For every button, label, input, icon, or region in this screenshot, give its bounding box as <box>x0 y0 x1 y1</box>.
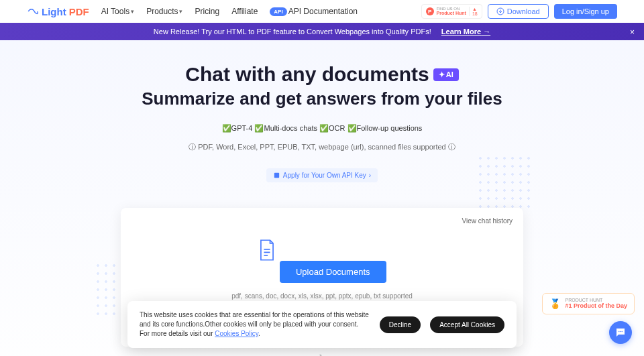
supported-text: PDF, Word, Excel, PPT, EPUB, TXT, webpag… <box>198 143 445 151</box>
download-label: Download <box>507 7 540 15</box>
nav-label: API Documentation <box>288 7 358 16</box>
view-history-link[interactable]: View chat history <box>462 217 513 225</box>
product-hunt-icon: P <box>426 7 434 15</box>
upload-button[interactable]: Upload Documents <box>280 261 386 283</box>
document-icon <box>258 239 276 261</box>
ph-count-val: 18 <box>472 11 478 16</box>
nav-api-documentation[interactable]: APIAPI Documentation <box>270 7 358 16</box>
decoration-dots <box>476 154 530 208</box>
svg-rect-1 <box>274 173 279 178</box>
feature-text: GPT-4 <box>231 124 253 132</box>
chevron-down-icon: ▾ <box>131 8 134 15</box>
logo-text-pdf: PDF <box>69 6 89 17</box>
ph-name: Product Hunt <box>437 11 466 16</box>
nav-label: AI Tools <box>101 7 129 16</box>
feature-text: Follow-up questions <box>357 124 423 132</box>
cookie-accept-button[interactable]: Accept All Cookies <box>430 316 504 333</box>
cookie-decline-button[interactable]: Decline <box>380 316 421 333</box>
hero-title-text: Chat with any documents <box>185 63 429 86</box>
cookie-banner: This website uses cookies that are essen… <box>127 301 517 348</box>
ph-float-text: PRODUCT HUNT #1 Product of the Day <box>565 298 627 310</box>
ph-text: FIND US ON Product Hunt <box>437 7 466 16</box>
svg-point-2 <box>619 331 620 333</box>
feature-text: OCR <box>329 124 345 132</box>
hero-title: Chat with any documents ✦ AI <box>185 63 458 86</box>
check-icon: ✅ <box>222 124 231 132</box>
chevron-down-icon: ▾ <box>179 8 182 15</box>
join-text: Jo <box>0 353 644 356</box>
header: LightPDF AI Tools▾ Products▾ Pricing Aff… <box>0 0 644 23</box>
header-left: LightPDF AI Tools▾ Products▾ Pricing Aff… <box>27 5 358 17</box>
chat-icon <box>614 327 627 339</box>
learn-label: Learn More <box>441 27 481 36</box>
api-key-button[interactable]: Apply for Your Own API Key › <box>266 168 378 182</box>
ai-badge-text: AI <box>446 70 453 78</box>
logo-icon <box>27 5 39 17</box>
svg-point-3 <box>620 331 621 333</box>
feature-text: Multi-docs chats <box>264 124 317 132</box>
product-hunt-badge[interactable]: P FIND US ON Product Hunt ▲18 <box>421 4 482 19</box>
check-icon: ✅ <box>319 124 329 132</box>
formats-text: pdf, scans, doc, docx, xls, xlsx, ppt, p… <box>131 292 513 300</box>
key-icon <box>273 172 280 179</box>
check-icon: ✅ <box>347 124 357 132</box>
upload-area[interactable]: Upload Documents pdf, scans, doc, docx, … <box>131 219 513 306</box>
product-hunt-float[interactable]: 🏅 PRODUCT HUNT #1 Product of the Day <box>542 293 635 314</box>
nav-pricing[interactable]: Pricing <box>195 7 219 16</box>
ph-count: ▲18 <box>469 7 478 16</box>
nav-products[interactable]: Products▾ <box>146 7 182 16</box>
banner-learn-more[interactable]: Learn More → <box>441 27 490 36</box>
ai-badge: ✦ AI <box>433 68 459 81</box>
supported-formats: ⓘ PDF, Word, Excel, PPT, EPUB, TXT, webp… <box>0 142 644 152</box>
hero-subtitle: Summarize and get answers from your file… <box>0 88 644 109</box>
logo-text-light: Light <box>42 6 66 17</box>
features: ✅GPT-4 ✅Multi-docs chats ✅OCR ✅Follow-up… <box>0 124 644 133</box>
banner-close-icon[interactable]: × <box>630 27 635 37</box>
cookie-policy-link[interactable]: Cookies Policy <box>215 330 258 337</box>
ph-find: FIND US ON <box>437 7 466 11</box>
api-icon: API <box>270 7 286 16</box>
header-right: P FIND US ON Product Hunt ▲18 Download L… <box>421 4 617 19</box>
login-button[interactable]: Log in/Sign up <box>554 4 617 19</box>
cookie-text: This website uses cookies that are essen… <box>140 310 370 339</box>
svg-point-4 <box>622 331 623 333</box>
check-icon: ✅ <box>254 124 264 132</box>
download-button[interactable]: Download <box>488 4 549 19</box>
promo-banner: New Release! Try our HTML to PDF feature… <box>0 23 644 40</box>
hero: Chat with any documents ✦ AI Summarize a… <box>0 40 644 194</box>
medal-icon: 🏅 <box>549 298 561 309</box>
nav-ai-tools[interactable]: AI Tools▾ <box>101 7 134 16</box>
nav-label: Products <box>146 7 178 16</box>
logo[interactable]: LightPDF <box>27 5 89 17</box>
ph-float-bottom: #1 Product of the Day <box>565 303 627 310</box>
api-key-label: Apply for Your Own API Key <box>283 172 366 179</box>
chat-bubble[interactable] <box>609 321 632 344</box>
nav-affiliate[interactable]: Affiliate <box>231 7 258 16</box>
banner-text: New Release! Try our HTML to PDF feature… <box>154 27 431 36</box>
download-icon <box>496 7 504 15</box>
